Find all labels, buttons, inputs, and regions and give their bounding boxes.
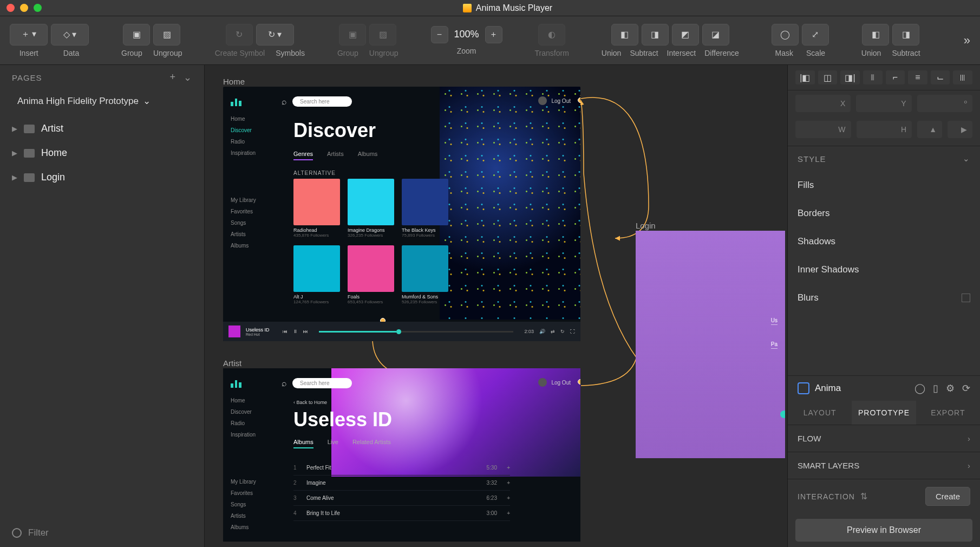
nav-item[interactable]: Home bbox=[231, 398, 256, 403]
tab[interactable]: Albums bbox=[293, 439, 313, 448]
nav-item[interactable]: Artists bbox=[231, 513, 256, 519]
flow-hotspot[interactable] bbox=[578, 379, 580, 385]
flow-hotspot[interactable] bbox=[780, 411, 785, 418]
tab[interactable]: Live bbox=[328, 439, 338, 448]
tab[interactable]: Genres bbox=[293, 151, 313, 160]
shuffle-icon[interactable]: ⇄ bbox=[551, 329, 555, 334]
preview-button[interactable]: Preview in Browser bbox=[795, 519, 972, 542]
panel-tab-layout[interactable]: LAYOUT bbox=[788, 401, 852, 425]
align-middle-icon[interactable]: ≡ bbox=[908, 70, 927, 84]
toolbar-overflow-icon[interactable]: » bbox=[964, 34, 970, 48]
group-button[interactable]: ▣ bbox=[123, 24, 150, 45]
nav-item[interactable]: Inspiration bbox=[231, 432, 256, 438]
align-right-icon[interactable]: ◨| bbox=[840, 70, 860, 84]
add-icon[interactable]: + bbox=[497, 510, 510, 516]
close-window[interactable] bbox=[6, 4, 15, 12]
artboard-login[interactable]: ▶ Login bbox=[0, 165, 204, 190]
sync-icon[interactable]: ⟳ bbox=[962, 382, 970, 394]
tab[interactable]: Related Artists bbox=[352, 439, 391, 448]
comment-icon[interactable]: ◯ bbox=[914, 382, 925, 394]
flow-row[interactable]: FLOW › bbox=[788, 425, 980, 452]
nav-item[interactable]: My Library bbox=[231, 479, 256, 485]
union2-button[interactable]: ◧ bbox=[862, 24, 889, 45]
play-icon[interactable]: ⏸ bbox=[293, 329, 298, 334]
align-center-h-icon[interactable]: ◫ bbox=[818, 70, 838, 84]
repeat-icon[interactable]: ↻ bbox=[560, 329, 565, 334]
search-input[interactable]: Search here bbox=[292, 96, 352, 107]
nav-item[interactable]: Radio bbox=[231, 420, 256, 426]
artboard-home-canvas[interactable]: ⌕ Search here Log Out HomeDiscoverRadioI… bbox=[223, 87, 580, 341]
album-card[interactable]: The Black Keys75,893 Followers bbox=[402, 179, 448, 238]
artboard-artist-canvas[interactable]: ⌕ Search here Log Out HomeDiscoverRadioI… bbox=[223, 368, 580, 542]
login-field-2[interactable]: Pa bbox=[771, 341, 778, 349]
flip-v-icon[interactable]: ▶ bbox=[948, 121, 972, 138]
add-page-icon[interactable]: + bbox=[169, 71, 176, 83]
insert-button[interactable]: ＋ ▾ bbox=[10, 24, 48, 45]
artboard-label-home[interactable]: Home bbox=[223, 77, 245, 86]
nav-item[interactable]: My Library bbox=[231, 197, 256, 203]
prev-icon[interactable]: ⏮ bbox=[283, 329, 288, 334]
nav-item[interactable]: Discover bbox=[231, 409, 256, 415]
nav-item[interactable]: Home bbox=[231, 116, 256, 122]
panel-tab-prototype[interactable]: PROTOTYPE bbox=[852, 401, 916, 425]
artboard-home[interactable]: ▶ Home bbox=[0, 141, 204, 165]
checkbox[interactable] bbox=[962, 294, 970, 302]
style-inner-shadows[interactable]: Inner Shadows bbox=[788, 256, 980, 284]
group2-button[interactable]: ▣ bbox=[339, 24, 366, 45]
mask-button[interactable]: ◯ bbox=[772, 24, 799, 45]
breadcrumb[interactable]: ‹ Back to Home bbox=[293, 400, 327, 405]
create-button[interactable]: Create bbox=[925, 487, 970, 506]
x-input[interactable]: X bbox=[795, 95, 851, 112]
search-input[interactable]: Search here bbox=[292, 378, 352, 388]
rotation-input[interactable]: º bbox=[917, 95, 972, 112]
zoom-out-button[interactable]: − bbox=[431, 26, 448, 43]
align-left-icon[interactable]: |◧ bbox=[795, 70, 815, 84]
album-card[interactable]: Radiohead435,876 Followers bbox=[293, 179, 340, 238]
nav-item[interactable]: Albums bbox=[231, 524, 256, 530]
tab[interactable]: Albums bbox=[358, 151, 378, 160]
sort-icon[interactable]: ⇅ bbox=[860, 491, 867, 502]
align-top-icon[interactable]: ⌐ bbox=[886, 70, 905, 84]
add-icon[interactable]: + bbox=[497, 495, 510, 501]
track-row[interactable]: 4Bring It to Life3:00+ bbox=[293, 506, 510, 521]
style-shadows[interactable]: Shadows bbox=[788, 227, 980, 256]
add-icon[interactable]: + bbox=[497, 480, 510, 486]
logout-link[interactable]: Log Out bbox=[538, 96, 571, 105]
difference-button[interactable]: ◪ bbox=[702, 24, 729, 45]
w-input[interactable]: W bbox=[795, 121, 851, 138]
album-card[interactable]: Imagine Dragons326,235 Followers bbox=[348, 179, 394, 238]
nav-item[interactable]: Favorites bbox=[231, 209, 256, 214]
union-button[interactable]: ◧ bbox=[611, 24, 638, 45]
smart-layers-row[interactable]: SMART LAYERS › bbox=[788, 452, 980, 479]
album-card[interactable]: Foals653,453 Followers bbox=[348, 245, 394, 304]
nav-item[interactable]: Discover bbox=[231, 127, 256, 133]
ungroup-button[interactable]: ▨ bbox=[153, 24, 180, 45]
distribute-v-icon[interactable]: ⫼ bbox=[953, 70, 972, 84]
style-header[interactable]: STYLE ⌄ bbox=[788, 146, 980, 171]
align-bottom-icon[interactable]: ⌙ bbox=[931, 70, 950, 84]
track-row[interactable]: 2Imagine3:32+ bbox=[293, 476, 510, 491]
add-icon[interactable]: + bbox=[497, 465, 510, 471]
gear-icon[interactable]: ⚙ bbox=[946, 382, 955, 394]
zoom-value[interactable]: 100% bbox=[450, 29, 483, 40]
nav-item[interactable]: Albums bbox=[231, 243, 256, 249]
logout-link[interactable]: Log Out bbox=[538, 378, 571, 387]
maximize-window[interactable] bbox=[34, 4, 42, 12]
next-icon[interactable]: ⏭ bbox=[303, 329, 308, 334]
transform-button[interactable]: ◐ bbox=[538, 24, 565, 45]
track-row[interactable]: 3Come Alive6:23+ bbox=[293, 491, 510, 506]
nav-item[interactable]: Inspiration bbox=[231, 150, 256, 156]
filter-row[interactable]: Filter bbox=[0, 519, 204, 547]
panel-icon[interactable]: ▯ bbox=[933, 382, 938, 394]
volume-icon[interactable]: 🔊 bbox=[539, 329, 545, 334]
album-card[interactable]: Alt J124,765 Followers bbox=[293, 245, 340, 304]
page-name-dropdown[interactable]: Anima High Fidelity Prototype ⌄ bbox=[0, 90, 204, 112]
symbols-button[interactable]: ↻ ▾ bbox=[256, 24, 294, 45]
nav-item[interactable]: Songs bbox=[231, 220, 256, 226]
artboard-label-artist[interactable]: Artist bbox=[223, 359, 241, 368]
nav-item[interactable]: Artists bbox=[231, 231, 256, 237]
minimize-window[interactable] bbox=[20, 4, 28, 12]
panel-tab-export[interactable]: EXPORT bbox=[916, 401, 980, 425]
subtract2-button[interactable]: ◨ bbox=[892, 24, 919, 45]
subtract-button[interactable]: ◨ bbox=[642, 24, 669, 45]
